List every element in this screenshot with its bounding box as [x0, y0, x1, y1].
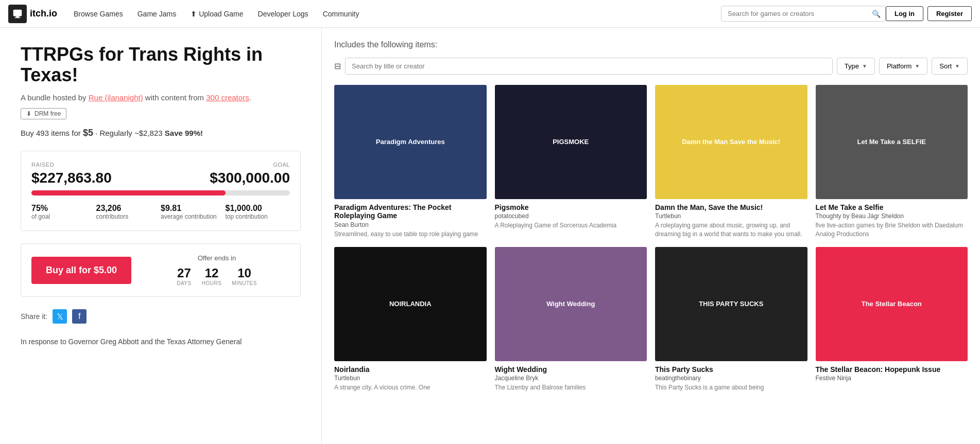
logo[interactable]: itch.io	[8, 5, 57, 23]
game-title: Let Me Take a Selfie	[816, 203, 968, 212]
game-author: Turtlebun	[655, 212, 807, 220]
filter-row: ⊟ Type ▼ Platform ▼ Sort ▼	[334, 58, 968, 75]
nav-links: Browse Games Game Jams ⬆Upload Game Deve…	[67, 6, 715, 22]
game-thumbnail: Damn the Man Save the Music!	[655, 85, 807, 199]
svg-rect-2	[15, 17, 21, 18]
stats-row: 75% of goal 23,206 contributors $9.81 av…	[31, 204, 290, 220]
game-author: Thoughty by Beau Jágr Sheldon	[816, 212, 968, 220]
countdown-days: 27 DAYS	[177, 266, 192, 286]
bundle-description: In response to Governor Greg Abbott and …	[21, 336, 301, 347]
game-author: Festive Ninja	[816, 375, 968, 382]
game-search-input[interactable]	[345, 58, 833, 75]
bundle-subtitle: A bundle hosted by Rue (ilananight) with…	[21, 93, 301, 102]
game-author: Sean Burton	[334, 221, 487, 228]
nav-community[interactable]: Community	[317, 6, 366, 22]
stat-contributors: 23,206 contributors	[96, 204, 161, 220]
sort-dropdown-arrow: ▼	[955, 63, 960, 69]
progress-bar	[31, 190, 290, 196]
right-panel: Includes the following items: ⊟ Type ▼ P…	[322, 28, 980, 444]
game-thumb-text: Damn the Man Save the Music!	[655, 85, 807, 199]
nav-upload-game[interactable]: ⬆Upload Game	[184, 6, 249, 22]
main-layout: TTRPGs for Trans Rights in Texas! A bund…	[0, 28, 980, 444]
nav-browse-games[interactable]: Browse Games	[67, 6, 129, 22]
game-card[interactable]: Paradigm AdventuresParadigm Adventures: …	[334, 85, 487, 239]
nav-search-icon: 🔍	[872, 10, 881, 18]
countdown-hours: 12 HOURS	[202, 266, 222, 286]
nav-developer-logs[interactable]: Developer Logs	[252, 6, 315, 22]
game-card[interactable]: NOIRLANDIANoirlandiaTurtlebunA strange c…	[334, 247, 487, 392]
bundle-price-text: Buy 493 items for $5 · Regularly ~$2,823…	[21, 128, 301, 138]
game-title: The Stellar Beacon: Hopepunk Issue	[816, 365, 968, 374]
game-card[interactable]: THIS PARTY SUCKSThis Party Sucksbeatingt…	[655, 247, 807, 392]
game-thumbnail: THIS PARTY SUCKS	[655, 247, 807, 361]
type-dropdown-arrow: ▼	[862, 63, 867, 69]
navigation: itch.io Browse Games Game Jams ⬆Upload G…	[0, 0, 980, 28]
logo-text: itch.io	[30, 8, 57, 19]
game-card[interactable]: Let Me Take a SELFIELet Me Take a Selfie…	[816, 85, 968, 239]
includes-title: Includes the following items:	[334, 40, 968, 49]
game-thumb-text: The Stellar Beacon	[816, 247, 968, 361]
share-facebook-button[interactable]: f	[72, 309, 87, 324]
game-thumb-text: Paradigm Adventures	[334, 85, 487, 199]
amounts-row: $227,863.80 $300,000.00	[31, 170, 290, 190]
game-title: Wight Wedding	[495, 365, 647, 374]
goal-amount: $300,000.00	[210, 170, 290, 190]
host-link[interactable]: Rue (ilananight)	[89, 93, 143, 102]
register-button[interactable]: Register	[927, 6, 972, 21]
goal-label: GOAL	[273, 162, 290, 168]
game-thumbnail: PIGSMOKE	[495, 85, 647, 199]
share-row: Share it: 𝕏 f	[21, 309, 301, 324]
game-thumb-text: Let Me Take a SELFIE	[816, 85, 968, 199]
svg-rect-0	[13, 9, 22, 16]
game-thumbnail: The Stellar Beacon	[816, 247, 968, 361]
type-dropdown[interactable]: Type ▼	[837, 58, 875, 75]
game-thumbnail: Paradigm Adventures	[334, 85, 487, 199]
game-title: This Party Sucks	[655, 365, 807, 374]
game-author: Jacqueline Bryk	[495, 375, 647, 382]
upload-icon: ⬆	[191, 10, 197, 18]
filter-icon: ⊟	[334, 61, 341, 71]
game-description: A Roleplaying Game of Sorcerous Academia	[495, 221, 647, 230]
nav-game-jams[interactable]: Game Jams	[131, 6, 182, 22]
login-button[interactable]: Log in	[886, 6, 923, 21]
game-title: Paradigm Adventures: The Pocket Roleplay…	[334, 203, 487, 221]
game-title: Pigsmoke	[495, 203, 647, 212]
game-card[interactable]: PIGSMOKEPigsmokepotatocubedA Roleplaying…	[495, 85, 647, 239]
offer-box: Buy all for $5.00 Offer ends in 27 DAYS …	[21, 243, 301, 297]
creators-link[interactable]: 300 creators	[206, 93, 249, 102]
countdown: 27 DAYS 12 HOURS 10 MINUTES	[144, 266, 290, 286]
platform-dropdown[interactable]: Platform ▼	[879, 58, 927, 75]
stats-section: RAISED GOAL $227,863.80 $300,000.00 75% …	[21, 151, 301, 231]
share-twitter-button[interactable]: 𝕏	[53, 309, 67, 324]
nav-search-container: 🔍	[721, 6, 886, 22]
drm-icon: ⬇	[26, 110, 31, 117]
game-description: Streamlined, easy to use table top role …	[334, 230, 487, 239]
game-author: potatocubed	[495, 212, 647, 220]
game-thumbnail: Let Me Take a SELFIE	[816, 85, 968, 199]
raised-amount: $227,863.80	[31, 170, 112, 186]
countdown-minutes: 10 MINUTES	[232, 266, 257, 286]
game-description: A strange city. A vicious crime. One	[334, 383, 487, 392]
game-thumb-text: Wight Wedding	[495, 247, 647, 361]
game-author: Turtlebun	[334, 375, 487, 382]
stat-top: $1,000.00 top contribution	[226, 204, 290, 220]
game-thumbnail: NOIRLANDIA	[334, 247, 487, 361]
buy-button[interactable]: Buy all for $5.00	[31, 257, 131, 284]
game-description: five live-action games by Brie Sheldon w…	[816, 221, 968, 239]
game-title: Noirlandia	[334, 365, 487, 374]
stats-header: RAISED GOAL	[31, 162, 290, 168]
game-card[interactable]: The Stellar BeaconThe Stellar Beacon: Ho…	[816, 247, 968, 392]
game-card[interactable]: Wight WeddingWight WeddingJacqueline Bry…	[495, 247, 647, 392]
sort-dropdown[interactable]: Sort ▼	[932, 58, 968, 75]
game-description: This Party Sucks is a game about being	[655, 383, 807, 392]
games-grid: Paradigm AdventuresParadigm Adventures: …	[334, 85, 968, 392]
bundle-title: TTRPGs for Trans Rights in Texas!	[21, 44, 301, 85]
game-card[interactable]: Damn the Man Save the Music!Damn the Man…	[655, 85, 807, 239]
raised-label: RAISED	[31, 162, 54, 168]
game-thumb-text: NOIRLANDIA	[334, 247, 487, 361]
offer-timer: Offer ends in 27 DAYS 12 HOURS 10 MINUTE…	[144, 254, 290, 286]
platform-dropdown-arrow: ▼	[915, 63, 920, 69]
game-thumb-text: PIGSMOKE	[495, 85, 647, 199]
nav-search-input[interactable]	[721, 6, 886, 22]
game-author: beatingthebinary	[655, 375, 807, 382]
